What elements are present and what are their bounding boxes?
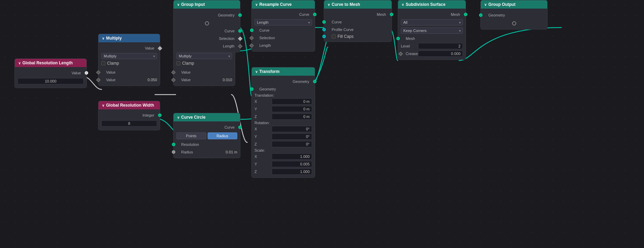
scale-label: Scale: (252, 148, 315, 153)
node-group-input: ∨ Group Input Geometry Curve Selection L… (173, 0, 240, 52)
node-title-group-input: Group Input (181, 2, 205, 7)
resample-dropdown[interactable]: Length (255, 19, 312, 25)
socket-value-out[interactable] (85, 71, 88, 75)
node-title-resample-curve: Resample Curve (259, 2, 292, 7)
node-subdivision-surface: ∨ Subdivision Surface Mesh All Keep Corn… (398, 0, 466, 60)
clamp-checkbox1[interactable] (101, 61, 105, 65)
multiply2-dropdown[interactable]: Multiply (176, 53, 232, 59)
fillcaps-checkbox[interactable] (332, 34, 336, 39)
node-title-group-output: Group Output (488, 2, 516, 7)
node-title-transform: Transform (259, 69, 280, 74)
ry-value[interactable]: 0° (272, 133, 312, 140)
tz-value[interactable]: 0 m (272, 114, 312, 120)
node-header-curve-to-mesh: ∨ Curve to Mesh (324, 0, 392, 9)
ty-value[interactable]: 0 m (272, 106, 312, 112)
resolution-label: Resolution (176, 142, 237, 147)
translation-label: Translation: (252, 93, 315, 98)
node-header-global-res-length: ∨ Global Resolution Length (15, 59, 86, 67)
node-header-multiply1: ∨ Multiply (98, 34, 160, 42)
multiply1-value: 0.050 (147, 78, 157, 82)
node-header-resample-curve: ∨ Resample Curve (252, 0, 315, 9)
subdiv-keep-dropdown[interactable]: Keep Corners (401, 28, 463, 34)
width-value-input[interactable]: 8 (101, 120, 157, 127)
node-multiply1: ∨ Multiply Value Multiply Clamp Value Va… (98, 34, 160, 86)
fillcaps-label: Fill Caps (337, 34, 354, 39)
node-global-resolution-width: ∨ Global Resolution Width Integer 8 (98, 101, 160, 130)
node-header-global-res-width: ∨ Global Resolution Width (98, 101, 160, 109)
sz-value[interactable]: 1.000 (272, 169, 312, 175)
multiply1-dropdown[interactable]: Multiply (101, 53, 157, 59)
radius-value: 0.01 m (226, 150, 237, 154)
rz-value[interactable]: 0° (272, 141, 312, 147)
value-input[interactable]: 10.000 (18, 78, 84, 84)
node-title-global-res-length: Global Resolution Length (22, 61, 73, 65)
node-header-group-input: ∨ Group Input (174, 0, 240, 9)
clamp-checkbox2[interactable] (176, 61, 180, 65)
level-value[interactable]: 2 (418, 43, 463, 49)
node-global-resolution-length: ∨ Global Resolution Length Value 10.000 (14, 58, 87, 88)
node-title-curve-to-mesh: Curve to Mesh (332, 2, 360, 7)
node-header-curve-circle: ∨ Curve Circle (174, 113, 240, 121)
node-group-output: ∨ Group Output Geometry (480, 0, 548, 30)
node-curve-to-mesh: ∨ Curve to Mesh Mesh Curve Profile Curve… (324, 0, 392, 42)
node-title-curve-circle: Curve Circle (181, 115, 206, 120)
rotation-label: Rotation: (252, 120, 315, 125)
subdiv-all-dropdown[interactable]: All (401, 19, 463, 25)
node-header-group-output: ∨ Group Output (481, 0, 547, 9)
points-tab[interactable]: Points (176, 132, 206, 139)
multiply2-value: 0.010 (222, 78, 232, 82)
value-label: Value (18, 71, 84, 75)
node-transform: ∨ Transform Geometry Geometry Translatio… (251, 67, 315, 178)
clamp-label2: Clamp (182, 61, 194, 66)
node-header-transform: ∨ Transform (252, 67, 315, 76)
sy-value[interactable]: 0.005 (272, 161, 312, 167)
rx-value[interactable]: 0° (272, 126, 312, 132)
node-title-subdivision-surface: Subdivision Surface (406, 2, 445, 7)
sx-value[interactable]: 1.000 (272, 153, 312, 160)
tx-value[interactable]: 0 m (272, 98, 312, 105)
radius-tab[interactable]: Radius (208, 132, 238, 139)
node-title-multiply1: Multiply (106, 36, 122, 41)
clamp-label1: Clamp (107, 61, 119, 66)
node-resample-curve: ∨ Resample Curve Curve Length Curve Sele… (251, 0, 315, 52)
node-header-subdivision-surface: ∨ Subdivision Surface (398, 0, 466, 9)
node-title-global-res-width: Global Resolution Width (106, 103, 154, 108)
crease-value[interactable]: 0.000 (418, 51, 463, 57)
node-curve-circle: ∨ Curve Circle Curve Points Radius Resol… (173, 113, 240, 158)
